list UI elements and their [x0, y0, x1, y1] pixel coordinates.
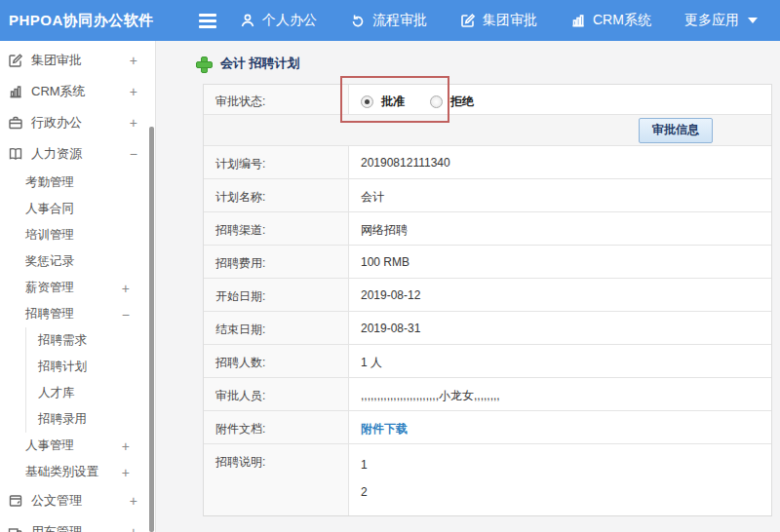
sidebar-item-label: 人力资源: [31, 145, 82, 163]
page-title-text: 会计 招聘计划: [220, 55, 300, 72]
sidebar-item-label: 用车管理: [31, 523, 82, 532]
field-label: 附件文档:: [204, 411, 349, 443]
value-line: 2: [361, 485, 771, 499]
book-icon: [8, 146, 23, 162]
field-label: 开始日期:: [204, 279, 349, 311]
topnav-item-3[interactable]: 集团审批: [460, 12, 537, 29]
sidebar-item[interactable]: 公文管理+: [0, 485, 155, 516]
sidebar-item-label: 薪资管理: [25, 280, 74, 296]
topnav-label: 集团审批: [483, 12, 537, 29]
sidebar-item[interactable]: 招聘计划: [25, 354, 155, 380]
top-navigation: 个人办公流程审批集团审批CRM系统更多应用: [240, 12, 758, 29]
sidebar-item[interactable]: 行政办公+: [0, 107, 155, 138]
sidebar-item-label: 招聘计划: [38, 359, 87, 375]
sidebar-item-label: 人事管理: [25, 437, 74, 454]
field-label: 招聘人数:: [204, 345, 349, 377]
field-label: 招聘费用:: [204, 246, 349, 278]
field-value: 网络招聘: [349, 212, 771, 245]
collapse-minus-icon[interactable]: −: [122, 307, 130, 323]
topnav-item-5[interactable]: 更多应用: [684, 12, 758, 29]
recruit-plan-form: 审批状态: 批准 拒绝 审批信息 计划编号:20190812111340计划名称: [203, 84, 772, 516]
topnav-label: 流程审批: [372, 12, 427, 29]
topnav-item-4[interactable]: CRM系统: [570, 12, 651, 29]
form-row: 招聘说明:12: [204, 444, 771, 515]
sidebar-item[interactable]: 招聘需求: [25, 327, 155, 354]
attachment-download-link[interactable]: 附件下载: [361, 422, 408, 436]
radio-reject[interactable]: 拒绝: [430, 94, 474, 110]
topnav-item-2[interactable]: 流程审批: [350, 12, 427, 29]
sidebar-item-label: 公文管理: [31, 492, 82, 510]
briefcase-icon: [8, 115, 23, 131]
sidebar-item[interactable]: 奖惩记录: [0, 248, 155, 275]
sidebar-item-label: 招聘录用: [38, 411, 87, 428]
edit-icon: [8, 53, 23, 68]
expand-plus-icon[interactable]: +: [130, 53, 137, 68]
radio-approve[interactable]: 批准: [361, 94, 405, 110]
collapse-minus-icon[interactable]: −: [130, 146, 137, 162]
caret-down-icon: [748, 18, 758, 23]
sidebar-menu: 集团审批+CRM系统+行政办公+人力资源−考勤管理人事合同培训管理奖惩记录薪资管…: [0, 41, 155, 532]
expand-plus-icon[interactable]: +: [130, 524, 137, 532]
chart-icon: [8, 84, 23, 99]
hamburger-menu-icon[interactable]: [199, 14, 216, 28]
sidebar-item-label: 行政办公: [31, 114, 82, 132]
sidebar-item[interactable]: 集团审批+: [0, 45, 155, 76]
topnav-label: CRM系统: [593, 12, 651, 29]
sidebar-item[interactable]: 培训管理: [0, 222, 155, 248]
sidebar-item[interactable]: 基础类别设置+: [0, 459, 155, 485]
approval-info-button[interactable]: 审批信息: [639, 118, 713, 143]
add-plus-icon[interactable]: [196, 57, 211, 71]
sidebar-item[interactable]: 人力资源−: [0, 138, 155, 170]
app-brand: PHPOA协同办公软件: [0, 12, 158, 30]
sidebar-item-label: 集团审批: [31, 52, 82, 69]
radio-reject-icon[interactable]: [430, 95, 443, 108]
sidebar-item[interactable]: 考勤管理: [0, 170, 155, 196]
form-row: 招聘人数:1 人: [204, 345, 771, 378]
sidebar-item[interactable]: 招聘管理−: [0, 301, 155, 327]
sidebar-item[interactable]: 招聘录用: [25, 406, 155, 433]
sidebar-item-label: 人事合同: [25, 201, 74, 217]
approval-radio-group: 批准 拒绝: [361, 94, 771, 110]
field-label: 结束日期:: [204, 312, 349, 344]
sidebar-item-label: CRM系统: [31, 83, 86, 100]
form-row: 计划编号:20190812111340: [204, 146, 771, 179]
expand-plus-icon[interactable]: +: [122, 465, 130, 480]
topnav-item-1[interactable]: 个人办公: [240, 12, 317, 29]
topnav-label: 更多应用: [684, 12, 739, 29]
field-label: 招聘渠道:: [204, 212, 349, 245]
sidebar-scrollbar[interactable]: [149, 127, 154, 532]
field-label: 审批人员:: [204, 378, 349, 410]
expand-plus-icon[interactable]: +: [122, 438, 130, 454]
expand-plus-icon[interactable]: +: [130, 84, 137, 99]
radio-approve-icon[interactable]: [361, 95, 373, 108]
field-label: 审批状态:: [204, 85, 349, 114]
sidebar-item-label: 招聘管理: [25, 306, 74, 323]
field-value: 12: [349, 444, 771, 515]
main-content: 会计 招聘计划 审批状态: 批准 拒绝 审批信息: [157, 41, 780, 532]
expand-plus-icon[interactable]: +: [122, 281, 130, 296]
page-title: 会计 招聘计划: [196, 55, 780, 72]
form-row: 结束日期:2019-08-31: [204, 312, 771, 345]
sidebar-item-label: 招聘需求: [38, 332, 87, 349]
truck-icon: [8, 524, 23, 532]
sidebar-item-label: 培训管理: [25, 227, 74, 244]
value-line: 1: [361, 458, 771, 472]
sidebar-item[interactable]: 薪资管理+: [0, 275, 155, 301]
sidebar-item[interactable]: 人事合同: [0, 196, 155, 222]
form-row: 附件文档:附件下载: [204, 411, 771, 444]
sidebar-item-label: 考勤管理: [25, 174, 74, 191]
doc-icon: [8, 493, 23, 509]
field-label: 计划名称:: [204, 179, 349, 211]
top-bar: PHPOA协同办公软件 个人办公流程审批集团审批CRM系统更多应用: [0, 0, 780, 41]
sidebar-item-label: 基础类别设置: [25, 464, 98, 480]
field-value: 100 RMB: [349, 246, 771, 278]
topnav-label: 个人办公: [262, 12, 317, 29]
form-row: 招聘渠道:网络招聘: [204, 212, 771, 246]
expand-plus-icon[interactable]: +: [130, 493, 137, 509]
expand-plus-icon[interactable]: +: [130, 115, 137, 131]
sidebar-item[interactable]: 人才库: [25, 380, 155, 406]
form-row: 开始日期:2019-08-12: [204, 279, 771, 312]
sidebar-item[interactable]: 用车管理+: [0, 516, 155, 532]
sidebar-item[interactable]: 人事管理+: [0, 433, 155, 459]
sidebar-item[interactable]: CRM系统+: [0, 76, 155, 107]
